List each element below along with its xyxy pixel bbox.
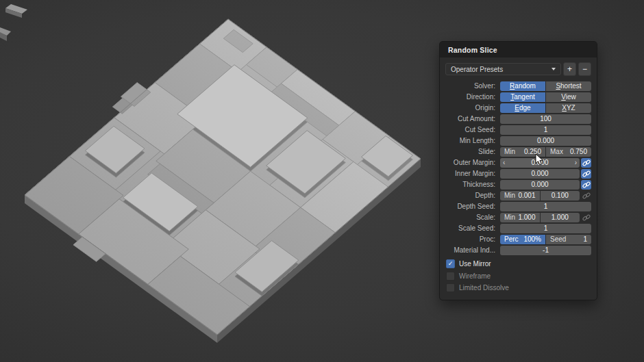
scale-max-field[interactable]: 1.000 [541, 213, 580, 222]
link-icon [582, 192, 591, 200]
row-material-index: Material Ind... -1 [445, 246, 591, 255]
row-cut-amount: Cut Amount: 100 [445, 114, 591, 124]
row-min-length: Min Length: 0.000 [445, 136, 591, 146]
row-solver: Solver: Random Shortest [445, 81, 591, 91]
field-label: Thickness: [445, 181, 500, 188]
use-mirror-checkbox[interactable]: ✓ [446, 259, 455, 268]
field-value: 1 [544, 224, 548, 232]
link-icon [582, 170, 591, 178]
scale-seed-field[interactable]: 1 [500, 224, 591, 233]
field-value: 0.001 [518, 192, 535, 199]
button-label: Random [510, 82, 536, 90]
solver-shortest-button[interactable]: Shortest [546, 81, 591, 91]
field-label: Scale Seed: [445, 224, 500, 232]
options-section: ✓ Use Mirror ✓ Wireframe ✓ Limited Disso… [445, 259, 591, 293]
field-label: Depth Seed: [445, 203, 500, 210]
solver-random-button[interactable]: Random [500, 81, 545, 91]
slide-min-field[interactable]: Min 0.250 [500, 147, 545, 157]
stepper-right-icon[interactable]: › [575, 158, 577, 168]
depth-min-field[interactable]: Min 0.001 [500, 191, 540, 201]
field-value: 0.000 [531, 170, 548, 177]
material-index-field[interactable]: -1 [500, 246, 591, 255]
checkbox-label: Use Mirror [459, 260, 491, 268]
checkbox-label: Limited Dissolve [459, 284, 509, 292]
cut-amount-field[interactable]: 100 [500, 114, 591, 124]
row-direction: Direction: Tangent View [445, 92, 591, 102]
field-sublabel: Min [504, 214, 515, 221]
cut-seed-field[interactable]: 1 [500, 125, 591, 135]
limited-dissolve-checkbox[interactable]: ✓ [446, 283, 455, 292]
field-label: Cut Seed: [445, 126, 500, 133]
field-label: Direction: [445, 93, 500, 101]
scale-link-toggle[interactable] [581, 213, 591, 222]
scale-min-field[interactable]: Min 1.000 [500, 213, 540, 222]
plate-shading-overlay [25, 19, 421, 335]
field-value: 100 [540, 115, 552, 122]
depth-link-toggle[interactable] [581, 191, 591, 201]
add-preset-button[interactable]: + [563, 62, 576, 76]
inner-margin-link-toggle[interactable] [581, 169, 591, 179]
field-label: Inner Margin: [445, 170, 500, 177]
slide-max-field[interactable]: Max 0.750 [546, 147, 591, 157]
checkbox-label: Wireframe [459, 272, 491, 280]
row-depth: Depth: Min 0.001 0.100 [445, 191, 591, 201]
outer-margin-link-toggle[interactable] [581, 158, 591, 168]
origin-edge-button[interactable]: Edge [500, 103, 545, 113]
field-value: 0.750 [570, 148, 587, 155]
origin-xyz-button[interactable]: XYZ [546, 103, 591, 113]
field-value: 1.000 [518, 214, 535, 221]
field-sublabel: Min [504, 148, 515, 155]
check-icon: ✓ [448, 261, 454, 267]
viewport[interactable]: Random Slice Operator Presets + − Solver… [0, 0, 644, 362]
checkbox-row-wireframe: ✓ Wireframe [446, 271, 591, 281]
field-value: 1 [544, 203, 548, 210]
stepper-left-icon[interactable]: ‹ [503, 158, 505, 168]
inner-margin-field[interactable]: 0.000 [500, 169, 580, 179]
row-outer-margin: Outer Margin: ‹ 0.000 › [445, 158, 591, 168]
field-value: 0.250 [524, 148, 541, 155]
depth-seed-field[interactable]: 1 [500, 202, 591, 211]
field-value: 0.000 [531, 181, 548, 188]
field-sublabel: Max [550, 148, 563, 155]
outer-margin-field[interactable]: ‹ 0.000 › [500, 158, 580, 168]
field-label: Min Length: [445, 137, 500, 144]
presets-row: Operator Presets + − [445, 62, 591, 76]
link-icon [582, 159, 591, 167]
button-label: Edge [515, 104, 530, 112]
button-label: View [561, 93, 576, 101]
field-value: 100% [523, 235, 541, 243]
depth-max-field[interactable]: 0.100 [541, 191, 580, 201]
proc-percentage-slider[interactable]: Perc 100% [500, 235, 545, 244]
field-label: Proc: [445, 235, 500, 243]
field-value: 0.100 [552, 192, 569, 199]
thickness-field[interactable]: 0.000 [500, 180, 580, 190]
direction-tangent-button[interactable]: Tangent [500, 92, 545, 102]
field-sublabel: Perc [504, 235, 519, 243]
row-cut-seed: Cut Seed: 1 [445, 125, 591, 135]
field-label: Outer Margin: [445, 159, 500, 166]
thickness-link-toggle[interactable] [581, 180, 591, 190]
proc-seed-field[interactable]: Seed 1 [546, 235, 591, 244]
field-value: 0.000 [531, 159, 548, 166]
min-length-field[interactable]: 0.000 [500, 136, 591, 146]
remove-preset-button[interactable]: − [578, 62, 591, 76]
checkbox-row-limited-dissolve: ✓ Limited Dissolve [446, 283, 591, 293]
field-sublabel: Seed [550, 235, 566, 243]
field-label: Material Ind... [445, 246, 500, 254]
field-value: 1 [544, 126, 548, 133]
dropdown-label: Operator Presets [451, 66, 503, 73]
row-slide: Slide: Min 0.250 Max 0.750 [445, 147, 591, 157]
field-label: Origin: [445, 104, 500, 112]
direction-view-button[interactable]: View [546, 92, 591, 102]
field-label: Cut Amount: [445, 115, 500, 122]
operator-panel-random-slice: Random Slice Operator Presets + − Solver… [439, 41, 597, 300]
button-label: XYZ [562, 104, 575, 112]
operator-presets-dropdown[interactable]: Operator Presets [445, 63, 561, 75]
wireframe-checkbox[interactable]: ✓ [446, 272, 455, 281]
row-scale: Scale: Min 1.000 1.000 [445, 213, 591, 222]
field-label: Scale: [445, 214, 500, 221]
field-label: Slide: [445, 148, 500, 155]
background-greeble-bits [0, 4, 27, 41]
panel-title: Random Slice [440, 42, 597, 57]
checkbox-row-use-mirror: ✓ Use Mirror [446, 259, 591, 269]
